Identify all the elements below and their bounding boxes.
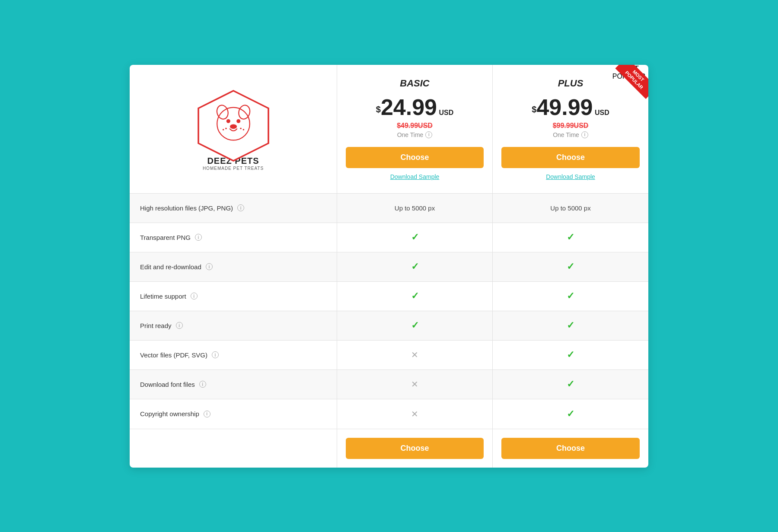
plus-check-icon-7: ✓ (567, 408, 574, 420)
svg-point-8 (222, 129, 224, 131)
feature-label-4: Print readyi (130, 311, 337, 340)
feature-label-text-3: Lifetime support (140, 293, 186, 300)
feature-row-3: Lifetime supporti✓✓ (130, 282, 648, 311)
plus-feature-value-1: ✓ (493, 223, 648, 252)
basic-check-icon-2: ✓ (411, 261, 419, 272)
basic-feature-value-3: ✓ (337, 282, 493, 311)
bottom-plus-choose-button[interactable]: Choose (501, 438, 640, 459)
plus-original-price: $99.99USD (501, 122, 640, 130)
basic-feature-value-4: ✓ (337, 311, 493, 340)
plus-billing-type: One Time i (501, 131, 640, 138)
feature-label-0: High resolution files (JPG, PNG)i (130, 194, 337, 223)
plus-feature-value-7: ✓ (493, 399, 648, 429)
feature-label-text-4: Print ready (140, 322, 172, 329)
svg-point-6 (230, 124, 236, 129)
feature-row-7: Copyright ownershipi✕✓ (130, 399, 648, 429)
header-row: DEEZ PETS HOMEMADE PET TREATS BASIC $24.… (130, 65, 648, 194)
plus-currency-symbol: $ (532, 104, 536, 114)
feature-label-text-6: Download font files (140, 381, 195, 388)
plus-check-icon-3: ✓ (567, 290, 574, 302)
bottom-row: Choose Choose (130, 429, 648, 468)
basic-download-sample-link[interactable]: Download Sample (346, 173, 484, 180)
logo-hexagon (190, 87, 277, 165)
feature-info-icon-7[interactable]: i (204, 411, 210, 417)
plus-check-icon-5: ✓ (567, 349, 574, 360)
plus-feature-value-6: ✓ (493, 370, 648, 399)
feature-info-icon-0[interactable]: i (237, 204, 244, 211)
feature-row-5: Vector files (PDF, SVG)i✕✓ (130, 341, 648, 370)
basic-feature-value-7: ✕ (337, 399, 493, 429)
bottom-basic-btn-cell: Choose (337, 429, 493, 468)
basic-currency-symbol: $ (376, 104, 381, 114)
feature-label-text-1: Transparent PNG (140, 234, 191, 241)
badge-ribbon-text: MOSTPOPULAR (615, 65, 648, 99)
basic-currency-code: USD (439, 109, 453, 116)
plus-billing-info-icon[interactable]: i (581, 131, 588, 138)
feature-row-1: Transparent PNGi✓✓ (130, 223, 648, 252)
feature-info-icon-5[interactable]: i (212, 351, 219, 358)
basic-plan-name: BASIC (346, 78, 484, 89)
pricing-table: DEEZ PETS HOMEMADE PET TREATS BASIC $24.… (130, 65, 648, 468)
plus-download-sample-link[interactable]: Download Sample (501, 173, 640, 180)
bottom-empty-cell (130, 429, 337, 468)
svg-point-9 (240, 128, 242, 130)
feature-label-6: Download font filesi (130, 370, 337, 399)
logo-cell: DEEZ PETS HOMEMADE PET TREATS (130, 65, 337, 193)
feature-row-2: Edit and re-downloadi✓✓ (130, 252, 648, 282)
plus-feature-value-5: ✓ (493, 341, 648, 370)
plus-check-icon-4: ✓ (567, 320, 574, 331)
basic-x-icon-7: ✕ (411, 409, 418, 419)
basic-feature-value-5: ✕ (337, 341, 493, 370)
features-container: High resolution files (JPG, PNG)iUp to 5… (130, 194, 648, 429)
plus-feature-value-3: ✓ (493, 282, 648, 311)
most-popular-badge: MOSTPOPULAR (609, 65, 648, 104)
bottom-plus-btn-cell: Choose (493, 429, 648, 468)
feature-label-text-2: Edit and re-download (140, 263, 201, 271)
feature-label-1: Transparent PNGi (130, 223, 337, 252)
feature-label-2: Edit and re-downloadi (130, 252, 337, 281)
feature-info-icon-3[interactable]: i (191, 293, 198, 299)
feature-row-0: High resolution files (JPG, PNG)iUp to 5… (130, 194, 648, 223)
basic-price-container: $24.99 USD (346, 96, 484, 118)
svg-point-4 (226, 119, 230, 123)
feature-label-5: Vector files (PDF, SVG)i (130, 341, 337, 370)
plus-plan-header: MOSTPOPULAR PLUS $49.99 USD $99.99USD On… (493, 65, 648, 193)
feature-info-icon-4[interactable]: i (176, 322, 183, 329)
bottom-basic-choose-button[interactable]: Choose (346, 438, 484, 459)
plus-choose-button[interactable]: Choose (501, 147, 640, 168)
basic-choose-button[interactable]: Choose (346, 147, 484, 168)
plus-check-icon-2: ✓ (567, 261, 574, 272)
feature-row-6: Download font filesi✕✓ (130, 370, 648, 399)
basic-feature-value-0: Up to 5000 px (337, 194, 493, 223)
basic-plan-header: BASIC $24.99 USD $49.99USD One Time i Ch… (337, 65, 493, 193)
brand-tagline: HOMEMADE PET TREATS (203, 166, 264, 171)
basic-x-icon-6: ✕ (411, 379, 418, 389)
basic-feature-value-1: ✓ (337, 223, 493, 252)
basic-price-amount: 24.99 (381, 95, 437, 120)
basic-x-icon-5: ✕ (411, 350, 418, 360)
basic-check-icon-1: ✓ (411, 232, 419, 243)
plus-check-icon-6: ✓ (567, 379, 574, 390)
feature-info-icon-1[interactable]: i (195, 234, 202, 241)
feature-row-4: Print readyi✓✓ (130, 311, 648, 341)
feature-label-text-0: High resolution files (JPG, PNG) (140, 204, 233, 212)
feature-label-3: Lifetime supporti (130, 282, 337, 311)
plus-check-icon-1: ✓ (567, 232, 574, 243)
feature-label-7: Copyright ownershipi (130, 399, 337, 429)
basic-original-price: $49.99USD (346, 122, 484, 130)
basic-feature-value-2: ✓ (337, 252, 493, 281)
feature-label-text-7: Copyright ownership (140, 410, 199, 417)
feature-info-icon-2[interactable]: i (206, 263, 213, 270)
svg-point-10 (242, 129, 244, 131)
logo-container: DEEZ PETS HOMEMADE PET TREATS (190, 87, 277, 171)
plus-price-amount: 49.99 (536, 95, 593, 120)
basic-feature-value-6: ✕ (337, 370, 493, 399)
plus-feature-value-4: ✓ (493, 311, 648, 340)
plus-currency-code: USD (595, 109, 609, 116)
svg-point-5 (236, 119, 240, 123)
basic-billing-info-icon[interactable]: i (425, 131, 432, 138)
feature-info-icon-6[interactable]: i (199, 381, 206, 388)
svg-point-7 (225, 128, 227, 130)
plus-feature-value-2: ✓ (493, 252, 648, 281)
feature-label-text-5: Vector files (PDF, SVG) (140, 351, 207, 359)
